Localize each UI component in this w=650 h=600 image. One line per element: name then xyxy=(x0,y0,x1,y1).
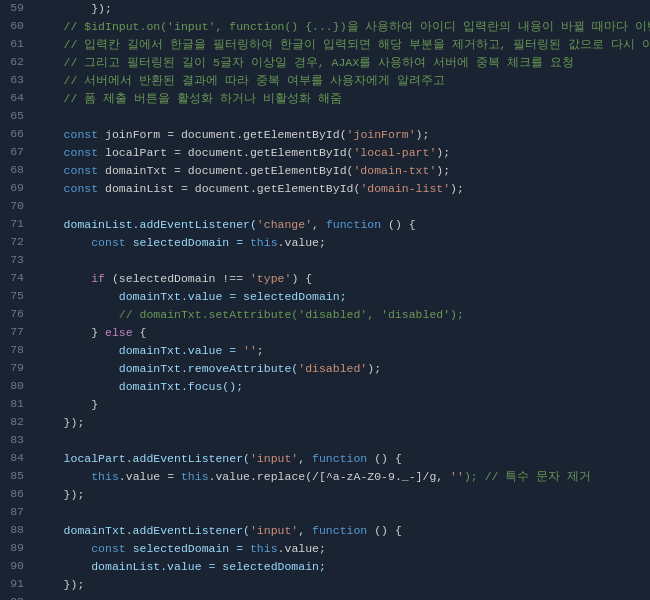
line-number: 90 xyxy=(0,559,36,572)
line-content: if (selectedDomain !== 'type') { xyxy=(36,271,312,287)
code-line: 89 const selectedDomain = this.value; xyxy=(0,540,650,558)
line-number: 67 xyxy=(0,145,36,158)
line-number: 73 xyxy=(0,253,36,266)
line-content xyxy=(36,505,43,521)
line-content: }); xyxy=(36,487,84,503)
code-line: 62 // 그리고 필터링된 길이 5글자 이상일 경우, AJAX를 사용하여… xyxy=(0,54,650,72)
code-line: 70 xyxy=(0,198,650,216)
code-line: 74 if (selectedDomain !== 'type') { xyxy=(0,270,650,288)
line-content: const selectedDomain = this.value; xyxy=(36,235,326,251)
code-line: 83 xyxy=(0,432,650,450)
line-number: 63 xyxy=(0,73,36,86)
line-number: 81 xyxy=(0,397,36,410)
line-content: localPart.addEventListener('input', func… xyxy=(36,451,402,467)
code-editor: 59 });60 // $idInput.on('input', functio… xyxy=(0,0,650,600)
line-content: domainTxt.removeAttribute('disabled'); xyxy=(36,361,381,377)
code-line: 82 }); xyxy=(0,414,650,432)
code-line: 85 this.value = this.value.replace(/[^a-… xyxy=(0,468,650,486)
line-content xyxy=(36,109,43,125)
line-number: 92 xyxy=(0,595,36,600)
line-number: 78 xyxy=(0,343,36,356)
code-line: 68 const domainTxt = document.getElement… xyxy=(0,162,650,180)
code-line: 69 const domainList = document.getElemen… xyxy=(0,180,650,198)
line-number: 86 xyxy=(0,487,36,500)
line-content: domainTxt.addEventListener('input', func… xyxy=(36,523,402,539)
code-line: 88 domainTxt.addEventListener('input', f… xyxy=(0,522,650,540)
code-line: 59 }); xyxy=(0,0,650,18)
line-number: 66 xyxy=(0,127,36,140)
code-line: 65 xyxy=(0,108,650,126)
code-line: 77 } else { xyxy=(0,324,650,342)
line-number: 64 xyxy=(0,91,36,104)
line-content: const selectedDomain = this.value; xyxy=(36,541,326,557)
line-content: domainList.value = selectedDomain; xyxy=(36,559,326,575)
line-content: }); xyxy=(36,577,84,593)
code-line: 63 // 서버에서 반환된 결과에 따라 중복 여부를 사용자에게 알려주고 xyxy=(0,72,650,90)
line-number: 75 xyxy=(0,289,36,302)
code-line: 75 domainTxt.value = selectedDomain; xyxy=(0,288,650,306)
line-number: 76 xyxy=(0,307,36,320)
line-content xyxy=(36,595,43,600)
code-line: 86 }); xyxy=(0,486,650,504)
code-line: 79 domainTxt.removeAttribute('disabled')… xyxy=(0,360,650,378)
line-number: 72 xyxy=(0,235,36,248)
line-content: // 폼 제출 버튼을 활성화 하거나 비활성화 해줌 xyxy=(36,91,342,107)
line-number: 89 xyxy=(0,541,36,554)
code-line: 72 const selectedDomain = this.value; xyxy=(0,234,650,252)
line-content: // 서버에서 반환된 결과에 따라 중복 여부를 사용자에게 알려주고 xyxy=(36,73,445,89)
line-content: domainList.addEventListener('change', fu… xyxy=(36,217,416,233)
line-number: 62 xyxy=(0,55,36,68)
code-line: 81 } xyxy=(0,396,650,414)
code-line: 78 domainTxt.value = ''; xyxy=(0,342,650,360)
code-line: 91 }); xyxy=(0,576,650,594)
code-line: 61 // 입력칸 길에서 한글을 필터링하여 한글이 입력되면 해당 부분을 … xyxy=(0,36,650,54)
line-number: 70 xyxy=(0,199,36,212)
line-content: domainTxt.focus(); xyxy=(36,379,243,395)
code-line: 90 domainList.value = selectedDomain; xyxy=(0,558,650,576)
code-line: 76 // domainTxt.setAttribute('disabled',… xyxy=(0,306,650,324)
line-number: 83 xyxy=(0,433,36,446)
line-number: 60 xyxy=(0,19,36,32)
line-number: 68 xyxy=(0,163,36,176)
line-content: domainTxt.value = selectedDomain; xyxy=(36,289,347,305)
line-number: 65 xyxy=(0,109,36,122)
line-content: const domainList = document.getElementBy… xyxy=(36,181,464,197)
code-line: 71 domainList.addEventListener('change',… xyxy=(0,216,650,234)
line-content: // 그리고 필터링된 길이 5글자 이상일 경우, AJAX를 사용하여 서버… xyxy=(36,55,574,71)
line-content: domainTxt.value = ''; xyxy=(36,343,264,359)
line-content xyxy=(36,253,43,269)
line-content: this.value = this.value.replace(/[^a-zA-… xyxy=(36,469,591,485)
line-number: 88 xyxy=(0,523,36,536)
code-line: 73 xyxy=(0,252,650,270)
line-content: const localPart = document.getElementByI… xyxy=(36,145,450,161)
line-number: 79 xyxy=(0,361,36,374)
line-number: 87 xyxy=(0,505,36,518)
line-number: 80 xyxy=(0,379,36,392)
line-number: 82 xyxy=(0,415,36,428)
line-number: 71 xyxy=(0,217,36,230)
line-number: 69 xyxy=(0,181,36,194)
code-line: 66 const joinForm = document.getElementB… xyxy=(0,126,650,144)
line-content: }); xyxy=(36,415,84,431)
line-content: // 입력칸 길에서 한글을 필터링하여 한글이 입력되면 해당 부분을 제거하… xyxy=(36,37,650,53)
line-number: 61 xyxy=(0,37,36,50)
code-line: 67 const localPart = document.getElement… xyxy=(0,144,650,162)
line-number: 85 xyxy=(0,469,36,482)
line-content: }); xyxy=(36,1,112,17)
line-content: const joinForm = document.getElementById… xyxy=(36,127,429,143)
code-line: 60 // $idInput.on('input', function() {.… xyxy=(0,18,650,36)
code-line: 80 domainTxt.focus(); xyxy=(0,378,650,396)
code-line: 87 xyxy=(0,504,650,522)
line-number: 77 xyxy=(0,325,36,338)
line-content xyxy=(36,199,43,215)
line-content: } else { xyxy=(36,325,146,341)
line-content: // domainTxt.setAttribute('disabled', 'd… xyxy=(36,307,464,323)
code-line: 84 localPart.addEventListener('input', f… xyxy=(0,450,650,468)
line-number: 84 xyxy=(0,451,36,464)
line-content: } xyxy=(36,397,98,413)
code-line: 92 xyxy=(0,594,650,600)
code-line: 64 // 폼 제출 버튼을 활성화 하거나 비활성화 해줌 xyxy=(0,90,650,108)
line-number: 91 xyxy=(0,577,36,590)
line-content: // $idInput.on('input', function() {...}… xyxy=(36,19,650,35)
line-number: 59 xyxy=(0,1,36,14)
